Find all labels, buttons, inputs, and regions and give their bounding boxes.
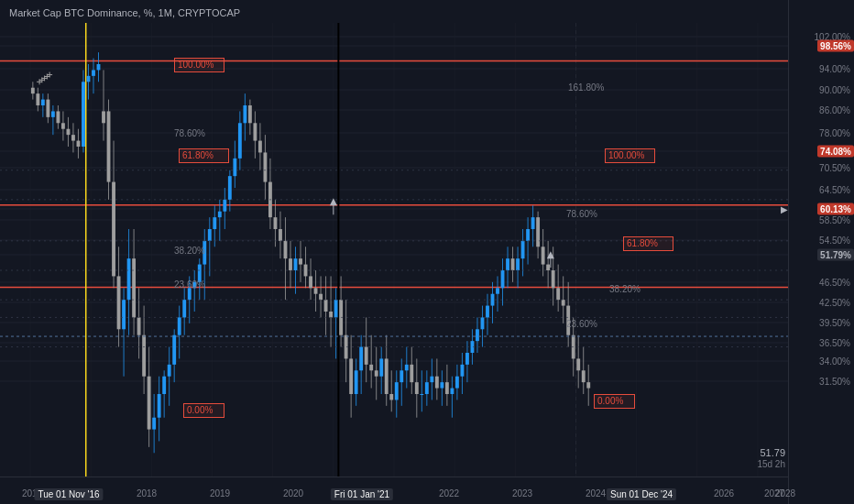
chart-container: Market Cap BTC Dominance, %, 1M, CRYPTOC… bbox=[0, 0, 854, 504]
